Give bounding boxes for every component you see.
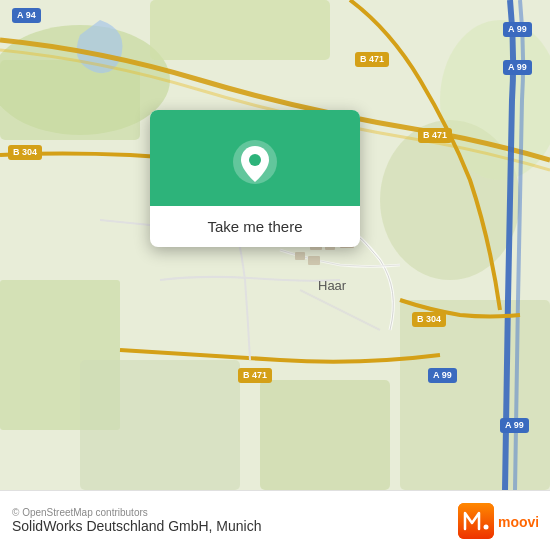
road-badge-b304-left: B 304 <box>8 145 42 160</box>
svg-rect-6 <box>80 360 240 490</box>
svg-rect-14 <box>308 256 320 265</box>
bottom-bar: © OpenStreetMap contributors SolidWorks … <box>0 490 550 550</box>
svg-rect-13 <box>295 252 305 260</box>
popup-card: Take me there <box>150 110 360 247</box>
attribution-text: © OpenStreetMap contributors <box>12 507 262 518</box>
town-label-haar: Haar <box>318 278 346 293</box>
road-badge-a99-lower: A 99 <box>428 368 457 383</box>
moovit-logo: moovit <box>458 503 538 539</box>
road-badge-b471-lower: B 471 <box>238 368 272 383</box>
take-me-there-button[interactable]: Take me there <box>150 206 360 247</box>
map-container: A 94 B 471 A 99 A 99 B 304 B 471 B 304 B… <box>0 0 550 490</box>
svg-point-16 <box>249 154 261 166</box>
road-badge-b471-right: B 471 <box>418 128 452 143</box>
popup-green-area <box>150 110 360 206</box>
road-badge-a99-bottom: A 99 <box>500 418 529 433</box>
moovit-logo-svg: moovit <box>458 503 538 539</box>
svg-rect-2 <box>0 60 140 140</box>
road-badge-a94: A 94 <box>12 8 41 23</box>
bottom-left: © OpenStreetMap contributors SolidWorks … <box>12 507 262 534</box>
svg-rect-7 <box>260 380 390 490</box>
road-badge-b471-top: B 471 <box>355 52 389 67</box>
svg-rect-18 <box>458 503 494 539</box>
svg-point-19 <box>484 524 489 529</box>
location-pin-icon <box>231 138 279 186</box>
svg-text:moovit: moovit <box>498 514 538 530</box>
svg-rect-3 <box>150 0 330 60</box>
road-badge-a99-top2: A 99 <box>503 60 532 75</box>
location-name: SolidWorks Deutschland GmbH, Munich <box>12 518 262 534</box>
road-badge-b304-right: B 304 <box>412 312 446 327</box>
road-badge-a99-top: A 99 <box>503 22 532 37</box>
svg-rect-8 <box>400 300 550 490</box>
